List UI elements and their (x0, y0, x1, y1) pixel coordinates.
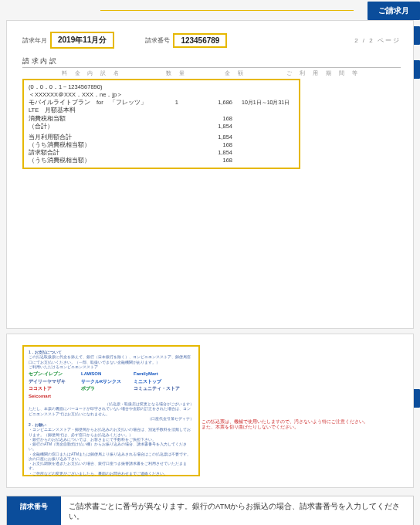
note-text: ・お支払期限を過ぎたお支払いの場合、銀行口座つき振替請求書をご利用させていただき… (29, 461, 194, 471)
store-logo: ミニストップ (134, 379, 181, 385)
billing-month-value: 2019年11月分 (50, 32, 114, 49)
table-row: 消費税相当額168 (29, 115, 294, 123)
explanation-row: 請求番号 ご請求書ごとに番号が異なります。銀行のATMからお振込の場合、請求書番… (7, 496, 413, 525)
col-qty: 数 量 (161, 69, 192, 77)
explanation-table: 請求番号 ご請求書ごとに番号が異なります。銀行のATMからお振込の場合、請求書番… (6, 496, 414, 525)
table-row: （うち消費税相当額）168 (29, 141, 294, 149)
note-text: ただし、本票の裏面にバーコードが印字されていない場合や金額の訂正をされた場合は、… (29, 406, 194, 416)
bill-detail-page: 請求年月 2019年11月分 請求番号 123456789 2 / 2 ページ … (6, 20, 414, 329)
invoice-number-value: 123456789 (173, 33, 227, 48)
store-logo: セブン-イレブン (29, 371, 76, 378)
table-row: 請求額合計1,854 (29, 149, 294, 157)
col-amount: 金 額 (192, 69, 246, 77)
explanation-key: 請求番号 (7, 496, 61, 525)
note-text: ご利用いただけるコンビニエンスストア (29, 364, 194, 369)
store-logo: サークルKサンクス (81, 379, 129, 385)
payment-notes-box: 1．お支払について この払込取扱票に代金を添えて、銀行（日本銀行を除く）、コンビ… (22, 345, 200, 476)
store-logo: LAWSON (81, 371, 129, 378)
payment-slip-back: 1．お支払について この払込取扱票に代金を添えて、銀行（日本銀行を除く）、コンビ… (6, 334, 414, 488)
note-text: ・銀行のATM（現金自動預け払い機）からお振り込みの場合、請求書番号を入力してく… (29, 442, 194, 452)
table-row: ＜XXXXXX＠XXX．XXX．ne．jp＞ (29, 91, 294, 99)
note-text: ・ご住所などの変更がございましたら、裏面のお問合わせまでご連絡ください。 (29, 471, 194, 476)
billing-month-label: 請求年月 (22, 36, 47, 45)
store-logo: Seicomart (29, 394, 76, 400)
convenience-store-logos: セブン-イレブンLAWSONFamilyMartデイリーヤマザキサークルKサンク… (29, 371, 194, 399)
table-row: (0．0．0．1－1234567890) (29, 83, 294, 91)
note-text: ・金融機関の窓口またはATMまたは郵便局より振り込みされる場合はこの払込票は不要… (29, 452, 194, 462)
store-logo: ポプラ (81, 386, 129, 392)
bill-header-row: 請求年月 2019年11月分 請求番号 123456789 2 / 2 ページ (22, 32, 401, 49)
store-logo: FamilyMart (134, 371, 181, 378)
table-row: （合計）1,854 (29, 123, 294, 130)
explanation-value: ご請求書ごとに番号が異なります。銀行のATMからお振込の場合、請求書番号を入力し… (61, 496, 413, 525)
note-text: ・コンビニエンスストア・郵便局からお払込みのお支払いの場合は、別途手数料を頂戴し… (29, 427, 194, 437)
col-detail-name: 料 金 内 訳 名 (22, 69, 161, 77)
detail-rows-box: (0．0．0．1－1234567890)＜XXXXXX＠XXX．XXX．ne．j… (22, 79, 300, 169)
table-row: モバイルライトプラン for 「フレッツ」 LTE 月額基本料11,68610月… (29, 99, 294, 114)
store-logo: ココストア (29, 386, 76, 392)
table-row: 当月利用額合計1,854 (29, 134, 294, 141)
section-title: 請 求 内 訳 (22, 56, 401, 68)
callout-billing-month: ご請求月 (368, 2, 420, 20)
col-period: ご 利 用 期 間 等 (246, 69, 401, 77)
store-logo: コミュニティ・ストア (134, 386, 181, 392)
invoice-number-label: 請求番号 (145, 36, 170, 45)
caution-red-note: この払込票は、機械で使用いたしますので、汚さないよう特にご注意ください。また、本… (202, 419, 371, 431)
store-logo: デイリーヤマザキ (29, 379, 76, 385)
note-text: （口座代金引落セディナ） (29, 416, 194, 421)
table-row: （うち消費税相当額）168 (29, 157, 294, 164)
detail-column-headers: 料 金 内 訳 名 数 量 金 額 ご 利 用 期 間 等 (22, 68, 401, 79)
note-text: この払込取扱票に代金を添えて、銀行（日本銀行を除く）、コンビニエンスストア、郵便… (29, 354, 194, 364)
page-indicator: 2 / 2 ページ (354, 36, 401, 45)
leader-line (100, 10, 354, 11)
